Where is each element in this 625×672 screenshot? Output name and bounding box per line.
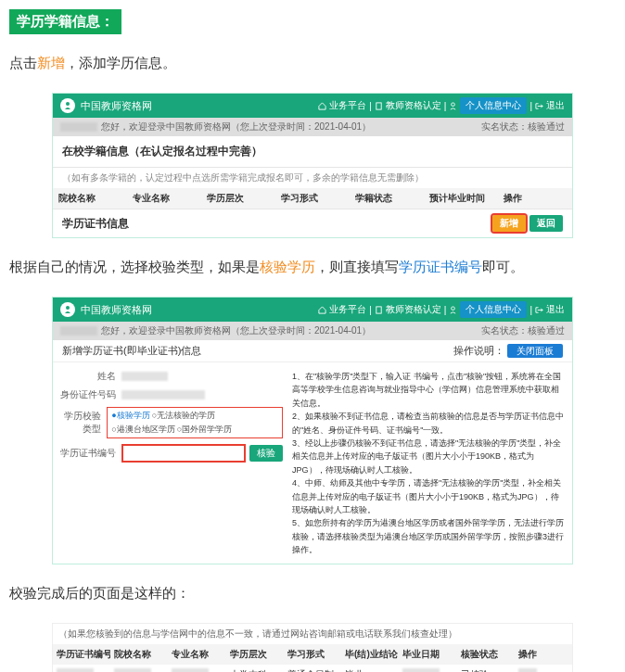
home-icon xyxy=(318,102,326,110)
value-name xyxy=(121,372,168,381)
realname-value: 核验通过 xyxy=(528,121,565,132)
fr-form: 普通全日制 xyxy=(284,665,341,672)
col-level: 学历层次 xyxy=(201,188,275,209)
col-op: 操作 xyxy=(498,188,572,209)
return-button[interactable]: 返回 xyxy=(529,215,563,232)
blurred-name xyxy=(60,122,97,132)
label-vtype: 学历校验类型 xyxy=(60,410,107,436)
col-major: 专业名称 xyxy=(127,188,201,209)
xueji-title: 在校学籍信息（在认定报名过程中完善） xyxy=(53,136,572,168)
p1-pre: 点击 xyxy=(9,55,37,70)
fr-op[interactable] xyxy=(518,668,537,672)
logo-icon-2 xyxy=(60,302,75,317)
user-icon-2 xyxy=(449,306,457,314)
add-button[interactable]: 新增 xyxy=(492,215,526,232)
paragraph-2: 根据自己的情况，选择校验类型，如果是核验学历，则直接填写学历证书编号即可。 xyxy=(9,259,616,276)
greeting-strip-2: 您好，欢迎登录中国教师资格网（您上次登录时间：2021-04-01） 实名状态：… xyxy=(53,322,572,340)
final-head: 学历证书编号 院校名称 专业名称 学历层次 学习形式 毕(结)业结论 毕业日期 … xyxy=(53,644,572,665)
fh-vstat: 核验状态 xyxy=(457,644,515,665)
close-panel-button[interactable]: 关闭面板 xyxy=(507,344,563,358)
xueji-table-head: 院校名称 专业名称 学历层次 学习形式 学籍状态 预计毕业时间 操作 xyxy=(53,188,572,209)
exit-icon xyxy=(535,102,543,110)
svg-point-0 xyxy=(66,102,70,106)
realname-value-2: 核验通过 xyxy=(528,325,565,336)
link-cert[interactable]: 教师资格认定 xyxy=(386,99,441,112)
xueji-note: （如有多条学籍的，认定过程中点选所需学籍完成报名即可，多余的学籍信息无需删除） xyxy=(53,168,572,188)
col-form: 学习形式 xyxy=(275,188,350,209)
xueli-footer: 学历证书信息 新增 返回 xyxy=(53,209,572,237)
fr-date xyxy=(402,668,440,672)
link-exit[interactable]: 退出 xyxy=(546,99,565,112)
p2-post: 即可。 xyxy=(482,259,524,274)
p1-em: 新增 xyxy=(37,55,65,70)
fh-conc: 毕(结)业结论 xyxy=(341,644,399,665)
radio-group[interactable]: ●核验学历 ○无法核验的学历 ○港澳台地区学历 ○国外留学学历 xyxy=(107,407,283,438)
svg-rect-4 xyxy=(376,306,381,312)
link-personal[interactable]: 个人信息中心 xyxy=(460,97,527,114)
col-grad: 预计毕业时间 xyxy=(424,188,498,209)
p2-em1: 核验学历 xyxy=(260,259,315,274)
col-school: 院校名称 xyxy=(53,188,127,209)
form-left: 姓名 身份证件号码 学历校验类型 ●核验学历 ○无法核验的学历 ○港澳台地区学历… xyxy=(60,370,283,556)
topbar-links-2: 业务平台 | 教师资格认定 | 个人信息中心 | 退出 xyxy=(318,301,565,318)
radio-hkmotw[interactable]: ○港澳台地区学历 xyxy=(111,424,174,436)
final-note: （如果您核验到的信息与学信网中的信息不一致，请通过网站咨询邮箱或电话联系我们核查… xyxy=(53,624,572,644)
xueli-title: 学历证书信息 xyxy=(62,216,129,232)
op-label: 操作说明： xyxy=(453,345,504,356)
table-row: 大学本科 普通全日制 毕业 已核验 xyxy=(53,665,572,672)
radio-verify[interactable]: ●核验学历 xyxy=(111,410,149,422)
svg-rect-1 xyxy=(376,102,381,108)
greeting-text-2: 您好，欢迎登录中国教师资格网（您上次登录时间：2021-04-01） xyxy=(101,325,371,336)
form-area: 姓名 身份证件号码 学历校验类型 ●核验学历 ○无法核验的学历 ○港澳台地区学历… xyxy=(53,362,572,564)
fh-certno: 学历证书编号 xyxy=(53,644,110,665)
realname-label-2: 实名状态： xyxy=(481,325,528,336)
link-personal-2[interactable]: 个人信息中心 xyxy=(460,301,527,318)
logo-icon xyxy=(60,98,75,113)
home-icon-2 xyxy=(318,306,326,314)
link-biz[interactable]: 业务平台 xyxy=(329,99,366,112)
radio-abroad[interactable]: ○国外留学学历 xyxy=(177,424,232,436)
link-exit-2[interactable]: 退出 xyxy=(546,303,565,316)
label-certno: 学历证书编号 xyxy=(60,447,121,460)
instructions: 1、在"核验学历"类型下，输入证 书编号，点击"核验"按钮，系统将在全国高等学校… xyxy=(292,370,565,556)
site-name: 中国教师资格网 xyxy=(81,99,152,113)
greeting-strip: 您好，欢迎登录中国教师资格网（您上次登录时间：2021-04-01） 实名状态：… xyxy=(53,118,572,136)
topbar: 中国教师资格网 业务平台 | 教师资格认定 | 个人信息中心 | 退出 xyxy=(53,94,572,118)
screenshot-2: 中国教师资格网 业务平台 | 教师资格认定 | 个人信息中心 | 退出 您好，欢… xyxy=(52,297,573,564)
link-cert-2[interactable]: 教师资格认定 xyxy=(386,303,441,316)
p2-mid: ，则直接填写 xyxy=(315,259,399,274)
radio-noverify[interactable]: ○无法核验的学历 xyxy=(152,410,215,422)
file-icon-2 xyxy=(375,306,383,314)
site-name-2: 中国教师资格网 xyxy=(81,303,152,317)
new-cert-title: 新增学历证书(即毕业证书)信息 xyxy=(62,344,201,358)
fh-level: 学历层次 xyxy=(226,644,284,665)
fh-form: 学习形式 xyxy=(284,644,341,665)
svg-point-2 xyxy=(452,102,455,106)
fr-conc: 毕业 xyxy=(341,665,399,672)
p2-pre: 根据自己的情况，选择校验类型，如果是 xyxy=(9,259,260,274)
fh-op: 操作 xyxy=(515,644,572,665)
paragraph-3: 校验完成后的页面是这样的： xyxy=(9,585,616,602)
blurred-name-2 xyxy=(60,326,97,336)
op-line: 新增学历证书(即毕业证书)信息 操作说明： 关闭面板 xyxy=(53,340,572,361)
svg-point-5 xyxy=(452,306,455,310)
greeting-text: 您好，欢迎登录中国教师资格网（您上次登录时间：2021-04-01） xyxy=(101,121,371,132)
topbar-2: 中国教师资格网 业务平台 | 教师资格认定 | 个人信息中心 | 退出 xyxy=(53,298,572,322)
screenshot-1: 中国教师资格网 业务平台 | 教师资格认定 | 个人信息中心 | 退出 您好，欢… xyxy=(52,93,573,238)
verify-button[interactable]: 核验 xyxy=(249,445,283,462)
fh-school: 院校名称 xyxy=(110,644,168,665)
file-icon xyxy=(375,102,383,110)
input-certno[interactable] xyxy=(121,444,246,463)
label-name: 姓名 xyxy=(60,370,121,383)
card-xueji: 在校学籍信息（在认定报名过程中完善） （如有多条学籍的，认定过程中点选所需学籍完… xyxy=(53,136,572,237)
fr-major xyxy=(172,668,209,672)
p1-post: ，添加学历信息。 xyxy=(65,55,176,70)
section-title: 学历学籍信息： xyxy=(9,9,121,34)
col-status: 学籍状态 xyxy=(350,188,424,209)
screenshot-3: （如果您核验到的信息与学信网中的信息不一致，请通过网站咨询邮箱或电话联系我们核查… xyxy=(52,623,573,672)
fh-date: 毕业日期 xyxy=(399,644,456,665)
label-idno: 身份证件号码 xyxy=(60,388,121,401)
fr-vstat: 已核验 xyxy=(457,665,515,672)
fr-school xyxy=(114,668,151,672)
link-biz-2[interactable]: 业务平台 xyxy=(329,303,366,316)
